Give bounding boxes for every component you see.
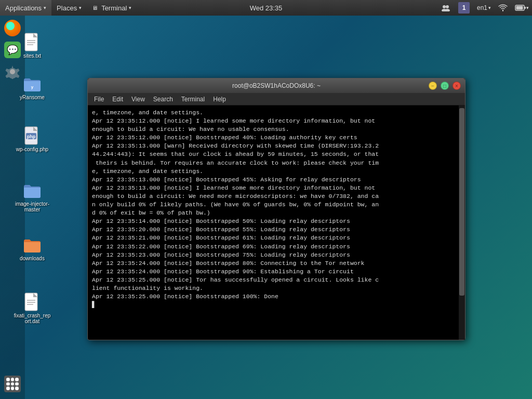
svg-rect-5 <box>516 6 523 10</box>
workspace-indicator[interactable]: 1 <box>455 0 473 16</box>
terminal-taskbar-icon: 🖥 <box>92 5 98 11</box>
terminal-scrollbar[interactable] <box>459 105 465 340</box>
terminal-window: root@oB2SW1hACoDOx8U6: ~ − □ × File Edit… <box>87 78 466 340</box>
menu-terminal[interactable]: Terminal <box>177 95 209 104</box>
applications-arrow-icon: ▾ <box>44 5 46 10</box>
svg-point-1 <box>446 5 449 8</box>
desktop-icon-crash-report-label: fixati_crash_report.dat <box>14 313 51 324</box>
folder-image-injector-icon <box>23 182 42 199</box>
desktop-icon-wp-config-label: wp-config.php <box>16 147 48 152</box>
wifi-icon <box>498 4 508 11</box>
menu-view[interactable]: View <box>127 95 149 104</box>
battery-btn[interactable]: ▾ <box>512 0 532 16</box>
dat-file-icon <box>23 292 42 313</box>
maximize-button[interactable]: □ <box>441 82 449 90</box>
terminal-content[interactable]: e, timezone, and date settings. Apr 12 2… <box>88 105 459 340</box>
desktop-icon-downloads-label: downloads <box>20 256 45 261</box>
desktop-icon-yransome[interactable]: y yRansome <box>11 73 53 102</box>
terminal-label: Terminal <box>101 4 127 12</box>
applications-menu[interactable]: Applications ▾ <box>0 0 51 16</box>
svg-text:y: y <box>31 85 34 89</box>
txt-file-icon <box>23 32 42 53</box>
terminal-body[interactable]: e, timezone, and date settings. Apr 12 2… <box>88 105 465 340</box>
terminal-menu[interactable]: 🖥 Terminal ▾ <box>87 0 137 16</box>
taskbar: Applications ▾ Places ▾ 🖥 Terminal ▾ Wed… <box>0 0 532 16</box>
terminal-arrow-icon: ▾ <box>129 5 131 10</box>
users-icon <box>441 4 451 11</box>
svg-rect-6 <box>524 7 526 9</box>
appgrid-icon <box>4 376 21 392</box>
menu-search[interactable]: Search <box>149 95 177 104</box>
places-menu[interactable]: Places ▾ <box>51 0 87 16</box>
clock: Wed 23:35 <box>250 4 283 12</box>
desktop-icon-wp-config[interactable]: php wp-config.php <box>11 125 53 154</box>
clock-time: Wed 23:35 <box>250 4 283 12</box>
language-label: en1 <box>477 4 487 11</box>
menu-help[interactable]: Help <box>209 95 230 104</box>
desktop-icon-yransome-label: yRansome <box>20 95 45 100</box>
menu-file[interactable]: File <box>90 95 108 104</box>
wifi-btn[interactable] <box>495 0 511 16</box>
desktop: 💬 <box>0 16 532 399</box>
folder-downloads-icon <box>23 237 42 254</box>
applications-label: Applications <box>5 4 42 12</box>
language-btn[interactable]: en1 ▾ <box>474 0 494 16</box>
desktop-icon-image-injector[interactable]: image-injector-master <box>11 179 53 215</box>
places-label: Places <box>57 4 77 12</box>
desktop-icon-downloads[interactable]: downloads <box>11 234 53 263</box>
scrollbar-thumb[interactable] <box>459 108 464 296</box>
sidebar-item-appgrid[interactable] <box>1 374 24 394</box>
desktop-icon-sites-txt[interactable]: sites.txt <box>11 31 53 61</box>
terminal-menubar: File Edit View Search Terminal Help <box>88 93 465 105</box>
workspace-number: 1 <box>458 2 470 14</box>
minimize-button[interactable]: − <box>429 82 437 90</box>
folder-yransome-icon: y <box>23 76 42 92</box>
desktop-icon-crash-report[interactable]: fixati_crash_report.dat <box>11 291 53 326</box>
terminal-title: root@oB2SW1hACoDOx8U6: ~ <box>215 82 338 89</box>
language-arrow-icon: ▾ <box>488 5 491 10</box>
svg-text:php: php <box>27 134 36 139</box>
close-button[interactable]: × <box>453 82 461 90</box>
desktop-icon-image-injector-label: image-injector-master <box>14 201 51 212</box>
menu-edit[interactable]: Edit <box>108 95 127 104</box>
php-file-icon: php <box>23 126 42 147</box>
svg-point-0 <box>443 5 446 8</box>
desktop-icon-sites-txt-label: sites.txt <box>23 53 41 59</box>
battery-arrow-icon: ▾ <box>526 5 529 10</box>
users-icon-btn[interactable] <box>437 0 454 16</box>
places-arrow-icon: ▾ <box>79 5 82 10</box>
terminal-titlebar: root@oB2SW1hACoDOx8U6: ~ − □ × <box>88 78 465 93</box>
battery-icon <box>515 4 526 11</box>
